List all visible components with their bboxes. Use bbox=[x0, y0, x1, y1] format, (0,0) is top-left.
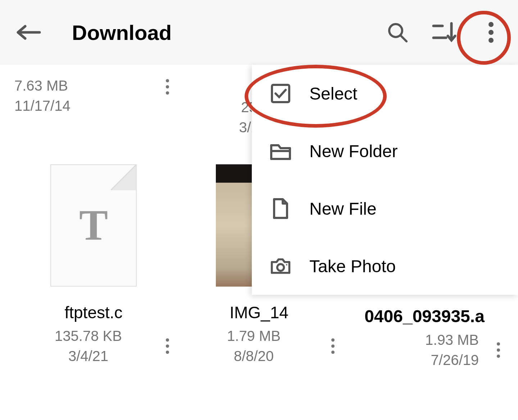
svg-point-9 bbox=[277, 264, 284, 271]
file-size: 135.78 KB bbox=[14, 326, 162, 346]
file-date: 3/4/21 bbox=[14, 346, 162, 366]
file-options-button[interactable] bbox=[493, 339, 504, 361]
menu-take-photo[interactable]: Take Photo bbox=[252, 237, 518, 295]
svg-line-1 bbox=[400, 35, 406, 41]
file-icon bbox=[270, 198, 291, 219]
header-actions bbox=[385, 20, 504, 45]
menu-label: Take Photo bbox=[309, 256, 396, 276]
svg-point-10 bbox=[286, 264, 287, 265]
more-vertical-icon bbox=[487, 22, 495, 43]
file-options-button[interactable] bbox=[328, 335, 338, 357]
menu-label: New Folder bbox=[309, 141, 397, 161]
svg-point-7 bbox=[489, 38, 494, 43]
more-options-button[interactable] bbox=[478, 20, 504, 45]
file-name: IMG_14 bbox=[180, 303, 338, 322]
page-title: Download bbox=[72, 20, 385, 45]
sort-icon bbox=[432, 22, 457, 43]
svg-point-5 bbox=[489, 22, 494, 27]
menu-select[interactable]: Select bbox=[252, 65, 518, 122]
app-header: Download bbox=[0, 0, 518, 65]
checkbox-icon bbox=[270, 83, 291, 104]
options-dropdown: Select New Folder New File Take Photo bbox=[252, 65, 518, 295]
file-size: 7.63 MB bbox=[14, 76, 71, 96]
menu-label: New File bbox=[309, 199, 377, 219]
back-button[interactable] bbox=[14, 18, 43, 47]
file-date: 7/26/19 bbox=[431, 350, 479, 370]
file-size: 1.93 MB bbox=[425, 330, 479, 350]
menu-new-folder[interactable]: New Folder bbox=[252, 122, 518, 180]
file-size: 1.79 MB bbox=[180, 326, 328, 346]
camera-icon bbox=[270, 255, 291, 277]
search-icon bbox=[387, 22, 408, 43]
file-options-button[interactable] bbox=[162, 335, 173, 357]
file-name: ftptest.c bbox=[14, 303, 173, 322]
svg-point-6 bbox=[489, 30, 494, 35]
folder-icon bbox=[270, 140, 291, 162]
menu-label: Select bbox=[309, 84, 357, 104]
file-date: 8/8/20 bbox=[180, 346, 328, 366]
file-date: 11/17/14 bbox=[14, 96, 71, 116]
menu-new-file[interactable]: New File bbox=[252, 180, 518, 237]
file-thumbnail: T bbox=[47, 163, 140, 288]
search-button[interactable] bbox=[385, 20, 410, 45]
file-name: 0406_093935.a bbox=[345, 306, 504, 326]
text-file-icon: T bbox=[50, 164, 137, 287]
file-item[interactable]: 7.63 MB 11/17/14 bbox=[14, 72, 173, 141]
file-item[interactable]: T ftptest.c 135.78 KB 3/4/21 bbox=[14, 148, 173, 370]
back-arrow-icon bbox=[16, 23, 41, 41]
file-options-button[interactable] bbox=[162, 76, 173, 98]
sort-button[interactable] bbox=[432, 20, 457, 45]
